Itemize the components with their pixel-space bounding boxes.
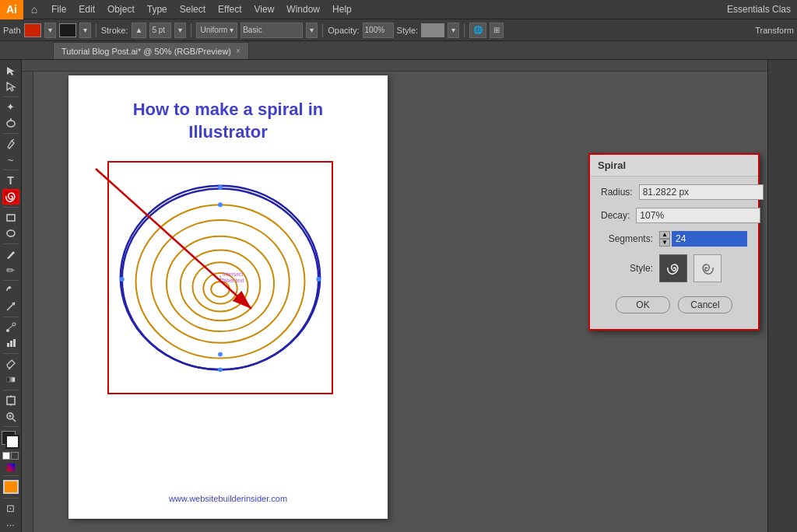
zoom-tool[interactable] (2, 409, 19, 425)
svg-line-20 (12, 418, 16, 422)
spiral-dialog: Spiral Radius: Decay: Segments: ▲ ▼ (588, 153, 760, 331)
menu-help[interactable]: Help (326, 0, 358, 19)
brush-dropdown[interactable]: ▾ (306, 23, 318, 38)
svg-point-34 (120, 277, 125, 282)
pencil-tool[interactable]: ✏ (2, 262, 19, 278)
current-fill-box[interactable] (3, 480, 19, 494)
svg-point-33 (218, 367, 223, 372)
menu-view[interactable]: View (248, 0, 281, 19)
menu-window[interactable]: Window (280, 0, 326, 19)
svg-text:label text: label text (223, 278, 244, 283)
document-page: How to make a spiral in Illustrator (68, 75, 388, 519)
type-tool[interactable]: T (2, 173, 19, 188)
radius-row: Radius: (601, 184, 747, 200)
ok-button[interactable]: OK (616, 296, 670, 313)
document-tab[interactable]: Tutorial Blog Post.ai* @ 50% (RGB/Previe… (53, 42, 249, 59)
path-label: Path (3, 26, 21, 35)
decay-input[interactable] (636, 208, 760, 223)
home-icon[interactable]: ⌂ (23, 0, 45, 19)
rectangle-tool[interactable] (2, 210, 19, 226)
magic-wand-tool[interactable]: ✦ (2, 100, 19, 115)
svg-line-10 (9, 325, 13, 329)
svg-line-2 (12, 139, 14, 141)
stroke-dropdown[interactable]: ▾ (79, 23, 91, 38)
stroke-up[interactable]: ▲ (132, 23, 147, 38)
stroke-label: Stroke: (101, 26, 128, 35)
selection-tool[interactable] (2, 63, 19, 79)
globe-btn[interactable]: 🌐 (469, 23, 486, 38)
no-fill-icon[interactable] (11, 452, 19, 460)
brush-select[interactable] (241, 23, 303, 38)
radius-label: Radius: (601, 187, 639, 198)
stroke-swatch[interactable] (5, 435, 19, 449)
ellipse-tool[interactable] (2, 226, 19, 241)
left-ruler (22, 72, 33, 532)
uniform-select[interactable]: Uniform ▾ (196, 23, 237, 38)
stroke-units[interactable]: ▾ (174, 23, 186, 38)
menu-type[interactable]: Type (141, 0, 174, 19)
spiral-tool[interactable] (2, 189, 19, 205)
dialog-footer: OK Cancel (601, 292, 747, 321)
dialog-body: Radius: Decay: Segments: ▲ ▼ (590, 177, 758, 329)
scale-tool[interactable] (2, 299, 19, 315)
style-color[interactable] (421, 23, 444, 37)
opacity-input[interactable] (363, 23, 394, 38)
style-label: Style: (397, 26, 419, 35)
main-area: ✦ ~ T ✏ (0, 60, 797, 532)
artboard-tool[interactable] (2, 393, 19, 408)
menu-edit[interactable]: Edit (72, 0, 101, 19)
menu-items: File Edit Object Type Select Effect View… (45, 0, 358, 19)
svg-rect-11 (7, 343, 9, 347)
canvas-area: How to make a spiral in Illustrator (22, 60, 767, 532)
fill-dropdown[interactable]: ▾ (44, 23, 56, 38)
pen-tool[interactable] (2, 136, 19, 152)
rotate-tool[interactable] (2, 283, 19, 299)
app-logo: Ai (0, 0, 23, 19)
eyedropper-tool[interactable] (2, 356, 19, 372)
fill-color[interactable] (24, 23, 41, 37)
segments-down-btn[interactable]: ▼ (659, 239, 670, 247)
style-clockwise-btn[interactable] (659, 254, 687, 282)
svg-point-30 (211, 282, 230, 297)
transform-arrange-btn[interactable]: ⊞ (490, 23, 504, 38)
svg-text:Intersect: Intersect (223, 271, 244, 277)
style-counterclockwise-btn[interactable] (693, 254, 722, 282)
normal-mode-icon[interactable] (2, 452, 10, 460)
gradient-tool[interactable] (2, 373, 19, 388)
tab-title: Tutorial Blog Post.ai* @ 50% (RGB/Previe… (61, 47, 231, 56)
right-panel (767, 60, 797, 532)
paintbrush-tool[interactable] (2, 247, 19, 262)
direct-selection-tool[interactable] (2, 79, 19, 95)
screen-mode-btn[interactable]: ⊡ (2, 501, 19, 516)
tab-close-btn[interactable]: × (236, 47, 241, 55)
cancel-button[interactable]: Cancel (678, 296, 732, 313)
segments-up-btn[interactable]: ▲ (659, 231, 670, 239)
gradient-swatch[interactable] (7, 464, 15, 471)
style-dropdown[interactable]: ▾ (448, 23, 459, 38)
blend-tool[interactable] (2, 320, 19, 335)
stroke-width-input[interactable] (149, 23, 171, 38)
document-footer: www.websitebuilderinsider.com (68, 494, 388, 503)
svg-rect-13 (13, 339, 16, 347)
svg-point-8 (6, 329, 9, 332)
more-tools-btn[interactable]: ··· (2, 516, 19, 532)
menu-object[interactable]: Object (101, 0, 141, 19)
curvature-tool[interactable]: ~ (2, 152, 19, 168)
lasso-tool[interactable] (2, 116, 19, 131)
svg-rect-3 (7, 215, 15, 221)
menu-file[interactable]: File (45, 0, 72, 19)
svg-rect-12 (10, 341, 12, 347)
radius-input[interactable] (639, 184, 764, 200)
top-ruler (22, 60, 767, 72)
chart-tool[interactable] (2, 336, 19, 352)
segments-input[interactable] (672, 231, 747, 247)
svg-point-32 (218, 185, 223, 190)
tab-bar: Tutorial Blog Post.ai* @ 50% (RGB/Previe… (0, 41, 797, 60)
workspace-label: Essentials Clas (727, 4, 797, 15)
stroke-color[interactable] (59, 23, 76, 37)
menu-effect[interactable]: Effect (212, 0, 248, 19)
svg-point-37 (218, 352, 223, 357)
menu-select[interactable]: Select (174, 0, 212, 19)
dialog-title: Spiral (590, 155, 758, 177)
svg-point-36 (218, 202, 223, 207)
